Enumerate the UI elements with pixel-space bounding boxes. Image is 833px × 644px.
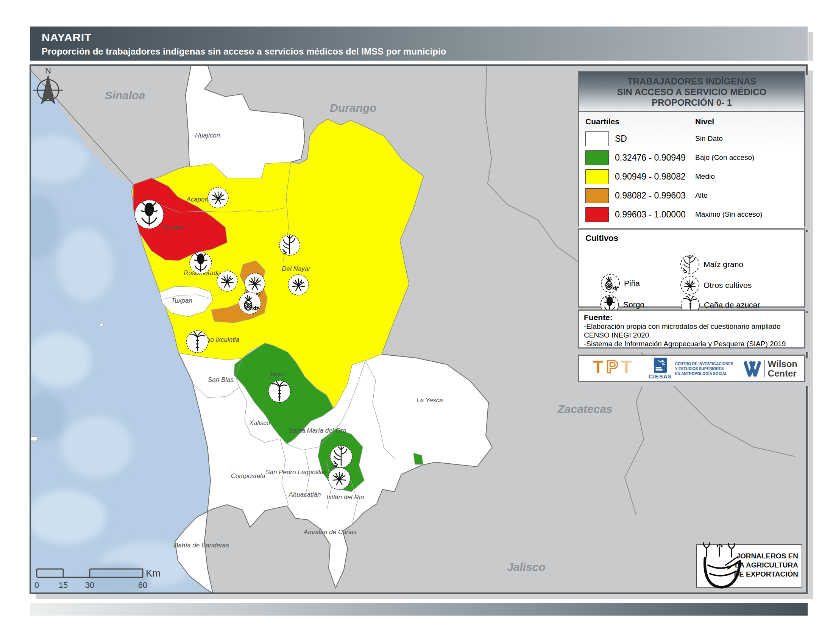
- legend-title: TRABAJADORES INDÍGENAS SIN ACCESO A SERV…: [579, 72, 804, 112]
- legend-fuente-panel: Fuente: -Elaboración propia con microdat…: [578, 309, 806, 349]
- wilson-center-logo: Wilson Center: [744, 359, 798, 378]
- municipality-label-ahuacatlan: Ahuacatlán: [288, 491, 321, 498]
- ciesas-line: CENTRO DE INVESTIGACIONES: [675, 361, 733, 366]
- cultivos-header: Cultivos: [579, 230, 804, 243]
- tpt-letter-p: P: [606, 358, 618, 375]
- cultivo-label: Otros cultivos: [703, 281, 752, 290]
- legend-class-row: 0.99603 - 1.00000 Máximo (Sin acceso): [585, 205, 798, 224]
- nivel-header: Nivel: [695, 117, 798, 126]
- swatch-sin-dato: [585, 132, 609, 146]
- svg-text:N: N: [45, 66, 51, 76]
- municipality-label-la-yesca: La Yesca: [416, 397, 443, 404]
- municipality-label-santa-maria-del-oro: Santa María del Oro: [288, 427, 346, 434]
- page-subtitle: Proporción de trabajadores indígenas sin…: [42, 46, 807, 57]
- range-label: 0.90949 - 0.98082: [615, 172, 695, 182]
- maiz-icon: [680, 254, 700, 274]
- municipality-label-tecuala: Tecuala: [161, 224, 183, 231]
- legend-class-row: 0.98082 - 0.99603 Alto: [585, 186, 798, 205]
- cana-icon: [269, 380, 290, 402]
- swatch-alto: [585, 188, 609, 203]
- cultivo-label: Maíz grano: [703, 260, 743, 269]
- svg-text:JORNALEROS EN: JORNALEROS EN: [736, 552, 798, 560]
- municipality-label-del-nayar: Del Nayar: [282, 265, 311, 272]
- municipality-label-san-blas: San Blas: [208, 376, 234, 383]
- legend-class-row: SD Sin Dato: [585, 129, 798, 148]
- range-label: 0.98082 - 0.99603: [615, 190, 695, 201]
- svg-text:15: 15: [59, 580, 68, 590]
- sorgo-icon: [135, 200, 164, 229]
- municipality-label-san-pedro-lagunillas: San Pedro Lagunillas: [265, 469, 327, 476]
- nivel-label: Bajo (Con acceso): [695, 153, 798, 162]
- municipality-label-amatlan-de-canas: Amatlán de Cañas: [303, 528, 357, 536]
- otros-cultivos-icon: [680, 275, 700, 295]
- swatch-medio: [585, 169, 609, 184]
- svg-text:LA AGRICULTURA: LA AGRICULTURA: [735, 561, 798, 569]
- range-label: SD: [615, 134, 695, 144]
- bottom-accent-bar: [30, 603, 807, 616]
- fuente-line: -Sistema de Información Agropecuaria y P…: [584, 340, 800, 348]
- tpt-tagline: · · · · · · · · · · · · · · · ·: [586, 377, 638, 380]
- range-label: 0.99603 - 1.00000: [615, 209, 695, 220]
- cultivo-legend-item: Piña: [600, 274, 640, 293]
- range-label: 0.32476 - 0.90949: [615, 153, 695, 163]
- island-small-2: [31, 436, 37, 441]
- otros-cultivos-icon: [208, 188, 228, 208]
- legend-class-row: 0.90949 - 0.98082 Medio: [585, 167, 798, 186]
- legend-cultivos-panel: Cultivos Piña Sorgo Maíz grano Otros cul…: [578, 229, 806, 308]
- maiz-icon: [280, 235, 300, 255]
- legend-class-row: 0.32476 - 0.90949 Bajo (Con acceso): [585, 148, 798, 167]
- municipality-label-compostela: Compostela: [231, 472, 265, 480]
- map-shadow-bottom: [35, 594, 813, 599]
- ciesas-icon: [653, 357, 667, 373]
- municipality-label-xalisco: Xalisco: [249, 419, 270, 427]
- pina-icon: [239, 292, 261, 314]
- nivel-label: Sin Dato: [695, 134, 798, 143]
- svg-text:DE EXPORTACIÓN: DE EXPORTACIÓN: [734, 570, 798, 578]
- cultivo-label: Sorgo: [623, 300, 645, 309]
- svg-text:60: 60: [138, 580, 147, 590]
- cana-icon: [186, 331, 208, 353]
- ciesas-abbr: CIESAS: [649, 373, 672, 380]
- swatch-bajo: [585, 150, 609, 165]
- otros-cultivos-icon: [288, 275, 309, 295]
- municipality-label-tuxpan: Tuxpan: [171, 297, 192, 304]
- legend-title-line1: TRABAJADORES INDÍGENAS: [579, 76, 804, 87]
- legend-cuartiles-panel: TRABAJADORES INDÍGENAS SIN ACCESO A SERV…: [578, 71, 806, 227]
- wilson-line: Center: [768, 369, 798, 378]
- svg-text:Km: Km: [146, 567, 161, 579]
- fuente-line: CENSO INEGI 2020.: [584, 331, 800, 340]
- state-label-zacatecas: Zacatecas: [557, 402, 612, 415]
- otros-cultivos-icon: [328, 467, 350, 489]
- tpt-logo: T P T · · · · · · · · · · · · · · · ·: [586, 358, 638, 380]
- title-bar: NAYARIT Proporción de trabajadores indíg…: [30, 27, 807, 61]
- page-title: NAYARIT: [42, 31, 807, 44]
- state-label-sinaloa: Sinaloa: [105, 89, 145, 101]
- municipality-label-bahia-de-banderas: Bahía de Banderas: [174, 542, 229, 549]
- cultivo-legend-item: Maíz grano: [680, 254, 743, 274]
- state-label-jalisco: Jalisco: [507, 561, 546, 573]
- legend-title-line2: SIN ACCESO A SERVICIO MÉDICO: [579, 87, 804, 97]
- nivel-label: Medio: [695, 172, 798, 181]
- otros-cultivos-icon: [217, 271, 237, 291]
- nivel-label: Alto: [695, 191, 798, 200]
- map-shadow-right: [808, 71, 813, 599]
- wilson-w-icon: [744, 361, 761, 377]
- ciesas-line: EN ANTROPOLOGÍA SOCIAL: [675, 371, 733, 376]
- wilson-line: Wilson: [768, 359, 798, 369]
- cuartiles-header: Cuartiles: [585, 117, 695, 126]
- state-label-durango: Durango: [330, 101, 376, 114]
- tpt-letter-t1: T: [593, 358, 603, 375]
- municipality-label-huajicori: Huajicori: [195, 132, 220, 139]
- cultivo-label: Piña: [624, 279, 640, 288]
- fuente-header: Fuente:: [584, 313, 800, 322]
- municipality-label-tepic: Tepic: [270, 370, 285, 378]
- fuente-line: -Elaboración propia con microdatos del c…: [584, 322, 800, 331]
- nivel-label: Máximo (Sin acceso): [695, 210, 798, 219]
- titlebar-shadow-right: [808, 32, 813, 61]
- tpt-letter-t2: T: [621, 358, 632, 375]
- legend-logos-panel: T P T · · · · · · · · · · · · · · · · CI…: [578, 354, 806, 382]
- cultivo-legend-item: Otros cultivos: [680, 275, 752, 295]
- municipality-label-ixtlan-del-rio: Ixtlán del Río: [326, 494, 364, 501]
- jornaleros-logo: JORNALEROS EN LA AGRICULTURA DE EXPORTAC…: [697, 543, 802, 587]
- otros-cultivos-icon: [244, 273, 265, 294]
